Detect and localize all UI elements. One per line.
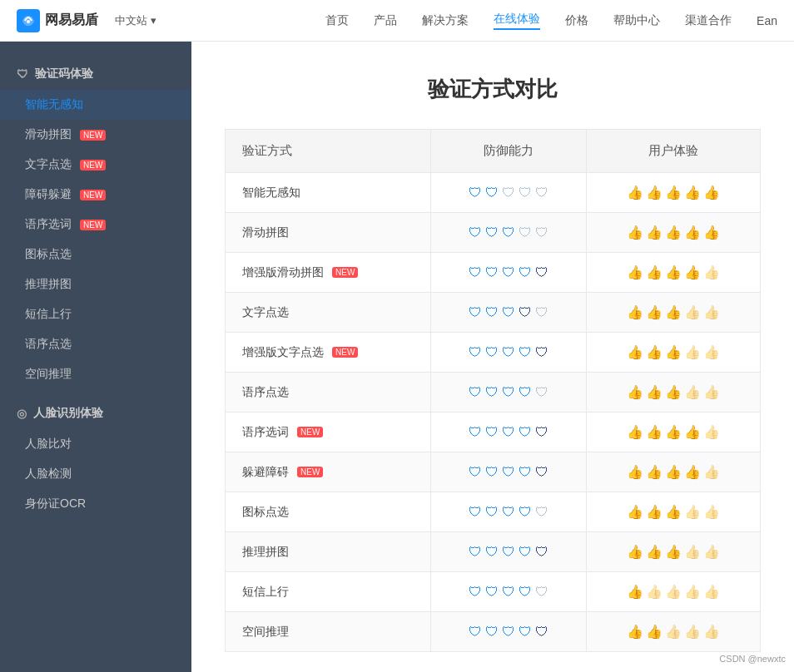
table-row: 智能无感知🛡🛡🛡🛡🛡👍👍👍👍👍 [226,173,761,213]
shield-dark-icon: 🛡 [535,425,548,440]
thumb-full-icon: 👍 [665,264,682,280]
sidebar-item-word-order[interactable]: 语序选词 NEW [0,210,191,240]
thumb-full-icon: 👍 [646,264,662,280]
table-cell-label: 智能无感知 [226,173,431,213]
shield-full-icon: 🛡 [502,585,515,600]
sidebar-item-face-compare[interactable]: 人脸比对 [0,429,191,459]
shield-full-icon: 🛡 [502,265,515,280]
thumb-empty-icon: 👍 [684,624,701,640]
sidebar-section-face-title: ◎ 人脸识别体验 [0,398,191,429]
thumb-full-icon: 👍 [646,384,662,400]
shield-full-icon: 🛡 [519,425,532,440]
sidebar-item-sms[interactable]: 短信上行 [0,299,191,329]
table-cell-defense: 🛡🛡🛡🛡🛡 [430,612,586,652]
table-row: 语序点选🛡🛡🛡🛡🛡👍👍👍👍👍 [226,373,761,413]
thumb-full-icon: 👍 [646,504,662,520]
nav-link-demo[interactable]: 在线体验 [494,12,540,30]
thumb-full-icon: 👍 [703,225,720,240]
thumb-full-icon: 👍 [646,185,662,200]
table-cell-label: 短信上行 [226,572,431,612]
nav-link-solution[interactable]: 解决方案 [422,13,469,28]
sidebar-item-id-ocr-label: 身份证OCR [25,497,86,511]
shield-full-icon: 🛡 [469,225,482,240]
sidebar-item-seq-click[interactable]: 语序点选 [0,329,191,359]
thumb-empty-icon: 👍 [684,544,701,560]
logo[interactable]: 网易易盾 [17,9,98,32]
table-row: 图标点选🛡🛡🛡🛡🛡👍👍👍👍👍 [226,492,761,532]
shield-full-icon: 🛡 [502,425,515,440]
table-cell-defense: 🛡🛡🛡🛡🛡 [430,572,586,612]
shield-full-icon: 🛡 [469,345,482,360]
thumb-full-icon: 👍 [703,185,720,200]
nav-link-price[interactable]: 价格 [565,13,588,28]
sidebar-section-captcha-title: 🛡 验证码体验 [0,58,191,90]
sidebar-item-spatial[interactable]: 空间推理 [0,359,191,389]
sidebar-item-slide[interactable]: 滑动拼图 NEW [0,120,191,150]
shield-dark-icon: 🛡 [535,625,548,640]
shield-full-icon: 🛡 [485,545,499,560]
thumb-full-icon: 👍 [684,424,701,440]
shield-empty-icon: 🛡 [535,505,548,520]
face-icon: ◎ [17,407,27,420]
badge-new-word-order: NEW [80,220,106,230]
shield-full-icon: 🛡 [485,625,499,640]
table-cell-defense: 🛡🛡🛡🛡🛡 [430,333,586,373]
thumb-full-icon: 👍 [665,504,682,520]
table-cell-experience: 👍👍👍👍👍 [586,213,760,253]
col-header-experience: 用户体验 [586,130,760,173]
sidebar-item-text-select[interactable]: 文字点选 NEW [0,150,191,180]
thumb-empty-icon: 👍 [646,584,662,600]
sidebar-item-icon-click[interactable]: 图标点选 [0,240,191,269]
chevron-down-icon: ▾ [151,14,156,27]
sidebar-item-face-detect[interactable]: 人脸检测 [0,459,191,489]
main-content: 验证方式对比 验证方式 防御能力 用户体验 智能无感知🛡🛡🛡🛡🛡👍👍👍👍👍滑动拼… [191,42,794,672]
row-label-text: 空间推理 [242,625,289,640]
sidebar-item-id-ocr[interactable]: 身份证OCR [0,489,191,519]
shield-full-icon: 🛡 [502,385,515,400]
thumb-full-icon: 👍 [646,304,662,320]
thumb-full-icon: 👍 [684,185,701,200]
shield-icon: 🛡 [17,67,28,81]
thumb-full-icon: 👍 [665,304,682,320]
col-header-method: 验证方式 [226,130,431,173]
thumb-full-icon: 👍 [684,264,701,280]
thumb-full-icon: 👍 [646,464,662,480]
row-label-text: 语序点选 [242,385,289,400]
sidebar: 🛡 验证码体验 智能无感知 滑动拼图 NEW 文字点选 NEW 障碍躲避 NEW… [0,42,191,672]
sidebar-item-obstacle[interactable]: 障碍躲避 NEW [0,180,191,210]
badge-new: NEW [297,467,323,477]
sidebar-item-smart[interactable]: 智能无感知 [0,90,191,120]
thumb-full-icon: 👍 [627,424,643,440]
shield-full-icon: 🛡 [519,625,532,640]
row-label-text: 推理拼图 [242,545,289,560]
sidebar-item-face-compare-label: 人脸比对 [25,437,72,452]
sidebar-item-icon-click-label: 图标点选 [25,247,72,262]
nav-link-channel[interactable]: 渠道合作 [685,13,732,28]
shield-full-icon: 🛡 [469,545,482,560]
nav-link-product[interactable]: 产品 [374,13,397,28]
table-row: 推理拼图🛡🛡🛡🛡🛡👍👍👍👍👍 [226,532,761,572]
thumb-full-icon: 👍 [684,225,701,240]
shield-empty-icon: 🛡 [519,185,532,200]
table-cell-defense: 🛡🛡🛡🛡🛡 [430,492,586,532]
shield-full-icon: 🛡 [485,305,499,320]
thumb-empty-icon: 👍 [703,304,720,320]
sidebar-item-puzzle[interactable]: 推理拼图 [0,269,191,299]
thumb-empty-icon: 👍 [703,384,720,400]
table-cell-defense: 🛡🛡🛡🛡🛡 [430,452,586,492]
shield-full-icon: 🛡 [485,265,499,280]
shield-empty-icon: 🛡 [502,185,515,200]
table-cell-label: 推理拼图 [226,532,431,572]
shield-full-icon: 🛡 [519,265,532,280]
shield-full-icon: 🛡 [502,545,515,560]
nav-link-home[interactable]: 首页 [325,13,349,28]
lang-switcher[interactable]: 中文站 ▾ [115,13,156,28]
shield-full-icon: 🛡 [502,225,515,240]
badge-new: NEW [332,347,358,358]
shield-empty-icon: 🛡 [519,225,532,240]
nav-link-help[interactable]: 帮助中心 [613,13,660,28]
shield-full-icon: 🛡 [469,625,482,640]
row-label-text: 图标点选 [242,505,289,520]
thumb-full-icon: 👍 [627,185,643,200]
row-label-text: 智能无感知 [242,185,300,200]
